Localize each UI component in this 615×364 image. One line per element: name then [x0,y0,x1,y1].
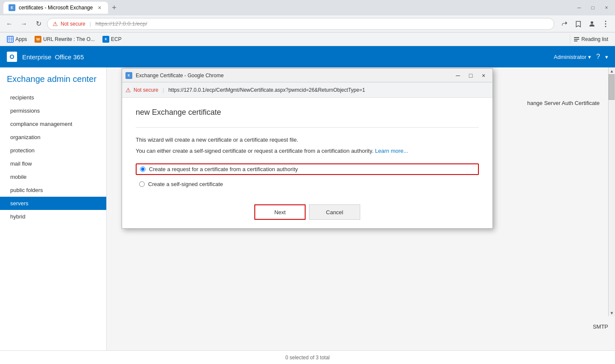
maximize-button[interactable]: □ [588,3,598,13]
bookmark-ecp[interactable]: E ECP [99,34,125,44]
sidebar-item-recipients[interactable]: recipients [0,91,106,104]
learn-more-link[interactable]: Learn more... [375,148,408,154]
eac-brand: Enterprise Office 365 [22,53,84,61]
forward-button[interactable]: → [18,18,30,30]
reading-list-label: Reading list [581,36,608,42]
sidebar-item-permissions[interactable]: permissions [0,104,106,117]
scrollbar-thumb[interactable] [609,74,615,100]
address-url: https://127.0.0.1/ecp/ [95,20,147,27]
cert-option1-radio[interactable] [140,166,146,172]
bookmark-ecp-label: ECP [111,36,122,42]
admin-label: Administrator [554,54,587,60]
office-icon: O [7,52,17,62]
apps-favicon [7,36,14,43]
window-controls: ─ □ × [574,3,612,13]
help-chevron-icon: ▾ [605,54,608,60]
bookmark-url-rewrite-label: URL Rewrite : The O... [43,36,95,42]
eac-admin-actions: Administrator ▾ ? ▾ [554,53,608,61]
menu-button[interactable] [600,18,612,30]
url-rewrite-favicon: W [35,36,41,43]
cert-dialog-header: new Exchange certificate [136,108,479,117]
back-button[interactable]: ← [3,18,15,30]
cert-dialog-footer: Next Cancel [122,198,493,228]
cert-option1-label[interactable]: Create a request for a certificate from … [149,166,298,172]
next-button[interactable]: Next [254,204,306,220]
bookmark-apps[interactable]: Apps [3,34,30,44]
selection-status: 0 selected of 3 total [285,355,329,361]
ecp-favicon: E [102,36,109,43]
tab-favicon: E [9,4,15,11]
not-secure-label: Not secure [61,21,85,27]
cert-minimize-button[interactable]: ─ [452,70,463,81]
bookmark-button[interactable] [572,18,584,30]
sidebar-item-organization[interactable]: organization [0,131,106,144]
cert-dialog: E Exchange Certificate - Google Chrome ─… [122,68,493,229]
cert-dialog-titlebar: E Exchange Certificate - Google Chrome ─… [122,69,493,82]
tab-title: certificates - Microsoft Exchange [19,5,93,11]
cert-dialog-addressbar: ⚠ Not secure | https://127.0.0.1/ecp/Cer… [122,82,493,98]
sidebar-item-mail-flow[interactable]: mail flow [0,157,106,170]
cert-option2-label[interactable]: Create a self-signed certificate [148,181,223,187]
close-button[interactable]: × [601,3,612,13]
reading-list-button[interactable]: Reading list [570,35,612,44]
browser-tab[interactable]: E certificates - Microsoft Exchange × [3,2,108,14]
sidebar-item-hybrid[interactable]: hybrid [0,210,106,223]
cert-maximize-button[interactable]: □ [465,70,476,81]
cancel-button[interactable]: Cancel [309,204,360,220]
scrollbar-up-button[interactable]: ▲ [609,67,615,74]
scrollbar-down-button[interactable]: ▼ [609,309,615,316]
svg-point-2 [605,23,606,24]
browser-titlebar: E certificates - Microsoft Exchange × + … [0,0,615,15]
cert-option-2-container: Create a self-signed certificate [136,179,479,189]
smtp-label: SMTP [593,323,608,330]
bg-auth-text: hange Server Auth Certificate [527,100,600,106]
sidebar-item-protection[interactable]: protection [0,144,106,157]
new-tab-button[interactable]: + [108,2,120,14]
browser-toolbar: ← → ↻ ⚠ Not secure | https://127.0.0.1/e… [0,15,615,32]
svg-rect-6 [574,41,577,41]
admin-chevron-icon: ▾ [588,54,591,60]
cert-close-button[interactable]: × [478,70,489,81]
help-button[interactable]: ? [596,53,600,61]
cert-dialog-url: https://127.0.0.1/ecp/CertMgmt/NewCertif… [168,87,365,93]
address-bar[interactable]: ⚠ Not secure | https://127.0.0.1/ecp/ [47,18,554,30]
eac-header: O Enterprise Office 365 Administrator ▾ … [0,46,615,67]
cert-dialog-body: new Exchange certificate This wizard wil… [122,98,493,198]
svg-rect-5 [574,39,579,40]
browser-chrome: E certificates - Microsoft Exchange × + … [0,0,615,46]
refresh-button[interactable]: ↻ [32,18,44,30]
sidebar-item-public-folders[interactable]: public folders [0,183,106,197]
admin-dropdown-button[interactable]: Administrator ▾ [554,54,592,60]
svg-point-0 [591,21,593,24]
cert-description-line1: This wizard will create a new certificat… [136,136,479,144]
svg-point-3 [605,26,606,27]
toolbar-actions [559,18,612,30]
bookmark-url-rewrite[interactable]: W URL Rewrite : The O... [31,34,98,44]
bookmarks-bar: Apps W URL Rewrite : The O... E ECP Read… [0,32,615,46]
sidebar-item-servers[interactable]: servers [0,197,106,210]
cert-not-secure-label: Not secure [134,87,158,93]
sidebar-item-mobile[interactable]: mobile [0,170,106,183]
brand-enterprise: Enterprise [22,53,51,61]
cert-option2-radio[interactable] [139,181,145,187]
minimize-button[interactable]: ─ [574,3,584,13]
status-bar: 0 selected of 3 total [0,350,615,364]
cert-options: Create a request for a certificate from … [136,163,479,189]
svg-point-1 [605,20,606,22]
scrollbar-track [609,74,615,309]
tab-close-button[interactable]: × [96,4,103,11]
brand-o365: Office 365 [55,53,84,61]
cert-dialog-controls: ─ □ × [452,70,489,81]
svg-rect-4 [574,37,579,38]
sidebar-item-compliance[interactable]: compliance management [0,117,106,131]
eac-title: Exchange admin center [0,74,106,91]
share-button[interactable] [559,18,571,30]
cert-option-1-container: Create a request for a certificate from … [136,163,479,175]
cert-divider [136,127,479,128]
profile-button[interactable] [586,18,598,30]
cert-dialog-title: Exchange Certificate - Google Chrome [136,73,449,79]
cert-dialog-favicon: E [125,72,132,79]
eac-sidebar: Exchange admin center recipients permiss… [0,67,107,350]
bookmark-apps-label: Apps [15,36,27,42]
cert-description-line2: You can either create a self-signed cert… [136,147,479,155]
